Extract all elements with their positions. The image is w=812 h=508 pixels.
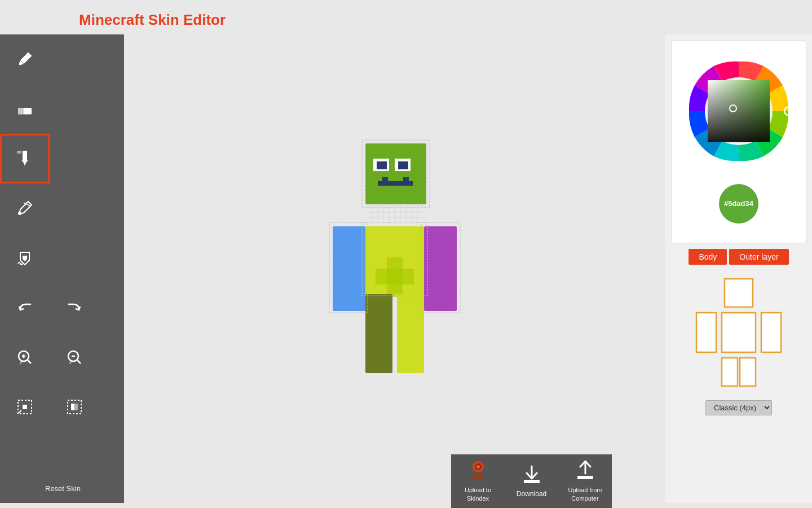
svg-rect-72 bbox=[722, 358, 738, 386]
svg-rect-1 bbox=[18, 108, 24, 115]
upload-computer-button[interactable]: Upload fromComputer bbox=[558, 454, 612, 508]
svg-rect-65 bbox=[708, 80, 770, 142]
undo-redo-row bbox=[0, 283, 99, 332]
download-icon bbox=[521, 464, 542, 485]
fill-tool[interactable] bbox=[0, 233, 50, 283]
upload-skindex-button[interactable]: Upload toSkindex bbox=[451, 454, 505, 508]
svg-line-16 bbox=[19, 410, 21, 413]
svg-rect-68 bbox=[725, 279, 753, 307]
svg-rect-70 bbox=[722, 313, 756, 352]
svg-rect-45 bbox=[377, 161, 387, 169]
svg-rect-58 bbox=[397, 294, 424, 373]
upload-computer-icon bbox=[575, 460, 596, 481]
svg-rect-49 bbox=[403, 177, 409, 181]
upload-computer-label: Upload fromComputer bbox=[568, 486, 602, 502]
svg-rect-3 bbox=[23, 151, 27, 160]
flip-button[interactable] bbox=[50, 382, 99, 432]
svg-rect-78 bbox=[577, 476, 593, 479]
character-canvas[interactable] bbox=[316, 128, 474, 410]
zoom-row bbox=[0, 332, 99, 382]
svg-line-10 bbox=[28, 360, 31, 364]
outer-layer-tab[interactable]: Outer layer bbox=[729, 249, 788, 265]
color-wheel-wrapper[interactable] bbox=[688, 60, 789, 162]
right-panel: #5dad34 Body Outer layer bbox=[665, 34, 812, 503]
svg-point-76 bbox=[476, 465, 480, 468]
skin-map-svg[interactable] bbox=[694, 276, 784, 389]
color-swatch[interactable]: #5dad34 bbox=[719, 184, 758, 224]
reset-skin-button[interactable]: Reset Skin bbox=[34, 480, 92, 497]
svg-rect-48 bbox=[382, 177, 388, 181]
download-label: Download bbox=[517, 490, 546, 499]
svg-rect-15 bbox=[23, 405, 27, 409]
format-select[interactable]: Classic (4px) Slim (3px) bbox=[705, 400, 772, 415]
svg-rect-18 bbox=[71, 404, 74, 410]
zoom-out-button[interactable] bbox=[50, 332, 99, 382]
undo-button[interactable] bbox=[0, 283, 50, 332]
svg-rect-46 bbox=[398, 161, 408, 169]
upload-skindex-icon bbox=[467, 460, 489, 481]
layer-tabs: Body Outer layer bbox=[671, 249, 806, 265]
toolbar: Reset Skin bbox=[0, 34, 124, 503]
svg-rect-19 bbox=[74, 404, 78, 410]
upload-skindex-label: Upload toSkindex bbox=[465, 486, 491, 502]
svg-rect-69 bbox=[696, 313, 716, 352]
color-hex-value: #5dad34 bbox=[724, 199, 753, 208]
transform-button[interactable] bbox=[0, 382, 50, 432]
download-button[interactable]: Download bbox=[505, 454, 558, 508]
body-tab[interactable]: Body bbox=[689, 249, 727, 265]
eyedropper-tool[interactable] bbox=[0, 183, 50, 233]
color-wheel-svg[interactable] bbox=[688, 60, 789, 162]
svg-rect-71 bbox=[761, 313, 781, 352]
eraser-tool[interactable] bbox=[0, 84, 50, 134]
redo-button[interactable] bbox=[50, 283, 99, 332]
app-title: Minecraft Skin Editor bbox=[0, 0, 812, 34]
transform-row bbox=[0, 382, 99, 432]
svg-rect-57 bbox=[365, 294, 392, 373]
format-selector: Classic (4px) Slim (3px) bbox=[705, 400, 772, 415]
svg-rect-47 bbox=[378, 181, 413, 186]
svg-rect-52 bbox=[333, 226, 365, 311]
svg-rect-42 bbox=[365, 143, 426, 204]
svg-rect-56 bbox=[376, 269, 414, 284]
svg-rect-53 bbox=[424, 226, 457, 311]
zoom-in-button[interactable] bbox=[0, 332, 50, 382]
svg-line-13 bbox=[77, 360, 81, 364]
svg-rect-77 bbox=[524, 480, 540, 483]
brush-tool[interactable] bbox=[0, 134, 50, 183]
canvas-area bbox=[124, 34, 665, 503]
svg-rect-73 bbox=[740, 358, 756, 386]
svg-rect-4 bbox=[17, 151, 21, 154]
skin-map[interactable] bbox=[671, 270, 806, 395]
svg-point-5 bbox=[18, 212, 21, 215]
color-picker[interactable]: #5dad34 bbox=[671, 40, 806, 243]
pencil-tool[interactable] bbox=[0, 34, 50, 84]
action-buttons: Upload toSkindex Download Upload fromCom… bbox=[451, 454, 612, 508]
